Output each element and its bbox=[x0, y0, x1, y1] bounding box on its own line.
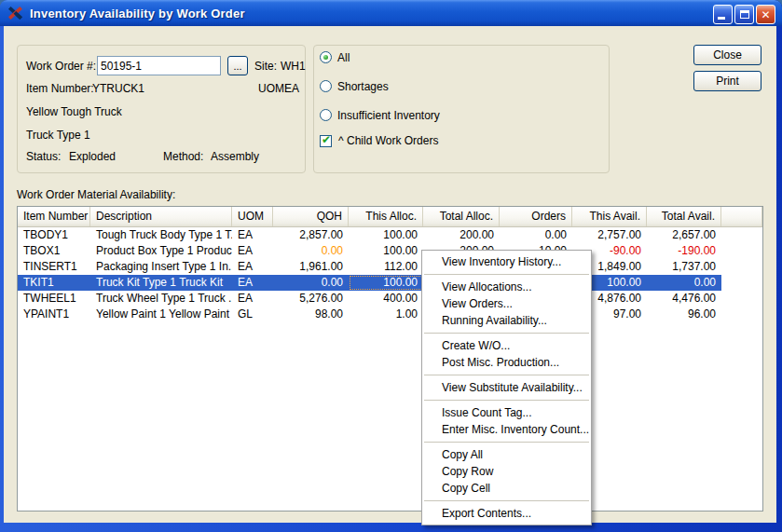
cell-qoh[interactable]: 2,857.00 bbox=[273, 227, 349, 243]
cell-uom[interactable]: EA bbox=[232, 291, 273, 307]
menu-separator bbox=[424, 333, 589, 334]
cell-qoh[interactable]: 0.00 bbox=[273, 243, 349, 259]
menu-item-view-allocations[interactable]: View Allocations... bbox=[422, 279, 591, 295]
filter-radio-shortages[interactable]: Shortages bbox=[320, 80, 440, 92]
cell-orders[interactable]: 0.00 bbox=[500, 227, 572, 243]
cell-item[interactable]: TWHEEL1 bbox=[18, 291, 90, 307]
menu-separator bbox=[424, 500, 589, 501]
cell-total_avail[interactable]: 4,476.00 bbox=[647, 291, 721, 307]
menu-item-copy-all[interactable]: Copy All bbox=[422, 446, 591, 463]
grid-row-TWHEEL1[interactable]: TWHEEL1Truck Wheel Type 1 Truck ...EA5,2… bbox=[18, 291, 762, 307]
radio-icon bbox=[320, 80, 332, 92]
column-header-description[interactable]: Description bbox=[90, 207, 232, 226]
cell-description[interactable]: Product Box Type 1 Produc... bbox=[90, 243, 232, 259]
menu-item-issue-count-tag[interactable]: Issue Count Tag... bbox=[422, 404, 591, 421]
app-logo-icon bbox=[7, 5, 24, 21]
cell-uom[interactable]: EA bbox=[232, 243, 273, 259]
menu-separator bbox=[424, 375, 589, 375]
cell-uom[interactable]: GL bbox=[232, 307, 273, 322]
cell-this_alloc[interactable]: 112.00 bbox=[349, 259, 423, 275]
menu-separator bbox=[424, 274, 589, 275]
grid-row-TBODY1[interactable]: TBODY1Tough Truck Body Type 1 T...EA2,85… bbox=[18, 227, 762, 243]
column-header-this_alloc[interactable]: This Alloc. bbox=[349, 207, 423, 226]
column-header-qoh[interactable]: QOH bbox=[273, 207, 349, 226]
grid-row-TKIT1[interactable]: TKIT1Truck Kit Type 1 Truck KitEA0.00100… bbox=[18, 275, 762, 291]
work-order-input[interactable] bbox=[97, 56, 221, 75]
menu-item-enter-misc-inventory-count[interactable]: Enter Misc. Inventory Count... bbox=[422, 421, 591, 438]
filter-radio-insufficient-inventory[interactable]: Insufficient Inventory bbox=[320, 109, 440, 121]
close-button[interactable]: Close bbox=[693, 45, 761, 65]
cell-item[interactable]: TBODY1 bbox=[18, 227, 90, 243]
cell-description[interactable]: Tough Truck Body Type 1 T... bbox=[90, 227, 232, 243]
column-header-total_avail[interactable]: Total Avail. bbox=[647, 207, 721, 226]
menu-item-view-inventory-history[interactable]: View Inventory History... bbox=[422, 253, 591, 270]
cell-qoh[interactable]: 5,276.00 bbox=[273, 291, 349, 307]
radio-label: Shortages bbox=[337, 80, 389, 93]
column-header-total_alloc[interactable]: Total Alloc. bbox=[423, 207, 500, 226]
uom-label: UOM: bbox=[258, 82, 287, 95]
browse-button[interactable]: ... bbox=[227, 56, 248, 75]
cell-filler bbox=[721, 275, 762, 291]
child-work-orders-checkbox[interactable]: ✔ ^ Child Work Orders bbox=[320, 134, 438, 147]
cell-total_avail[interactable]: 96.00 bbox=[647, 307, 721, 322]
cell-item[interactable]: TBOX1 bbox=[18, 243, 90, 259]
restore-button[interactable] bbox=[734, 5, 754, 24]
menu-separator bbox=[424, 442, 589, 443]
menu-item-view-orders[interactable]: View Orders... bbox=[422, 295, 591, 312]
menu-item-copy-row[interactable]: Copy Row bbox=[422, 463, 591, 480]
grid-body: TBODY1Tough Truck Body Type 1 T...EA2,85… bbox=[18, 227, 762, 322]
minimize-button[interactable] bbox=[713, 5, 733, 24]
checkmark-icon: ✔ bbox=[322, 133, 331, 146]
cell-total_avail[interactable]: 2,657.00 bbox=[647, 227, 721, 243]
menu-item-export-contents[interactable]: Export Contents... bbox=[422, 505, 591, 522]
grid-row-TBOX1[interactable]: TBOX1Product Box Type 1 Produc...EA0.001… bbox=[18, 243, 762, 259]
cell-this_alloc[interactable]: 100.00 bbox=[349, 227, 423, 243]
status-label: Status: bbox=[26, 150, 61, 163]
uom-value: EA bbox=[284, 82, 299, 95]
cell-total_avail[interactable]: 0.00 bbox=[647, 275, 721, 291]
cell-qoh[interactable]: 0.00 bbox=[273, 275, 349, 291]
radio-icon bbox=[320, 109, 332, 121]
cell-filler bbox=[721, 227, 762, 243]
print-button[interactable]: Print bbox=[693, 71, 761, 91]
column-header-this_avail[interactable]: This Avail. bbox=[572, 207, 647, 226]
column-header-item[interactable]: Item Number bbox=[18, 207, 90, 226]
cell-uom[interactable]: EA bbox=[232, 275, 273, 291]
cell-description[interactable]: Yellow Paint 1 Yellow Paint ... bbox=[90, 307, 232, 322]
menu-item-view-substitute-availability[interactable]: View Substitute Availability... bbox=[422, 379, 591, 396]
cell-item[interactable]: TKIT1 bbox=[18, 275, 90, 291]
close-window-button[interactable]: ✕ bbox=[756, 5, 775, 24]
item-number-value: YTRUCK1 bbox=[92, 82, 144, 95]
menu-item-post-misc-production[interactable]: Post Misc. Production... bbox=[422, 354, 591, 371]
grid-row-TINSERT1[interactable]: TINSERT1Packaging Insert Type 1 In...EA1… bbox=[18, 259, 762, 275]
cell-total_avail[interactable]: 1,737.00 bbox=[647, 259, 721, 275]
cell-description[interactable]: Packaging Insert Type 1 In... bbox=[90, 259, 232, 275]
cell-this_alloc[interactable]: 1.00 bbox=[349, 307, 423, 322]
cell-total_alloc[interactable]: 200.00 bbox=[423, 227, 500, 243]
cell-this_alloc[interactable]: 100.00 bbox=[349, 275, 423, 291]
menu-item-copy-cell[interactable]: Copy Cell bbox=[422, 480, 591, 497]
grid-row-YPAINT1[interactable]: YPAINT1Yellow Paint 1 Yellow Paint ...GL… bbox=[18, 307, 762, 322]
filter-radio-all[interactable]: All bbox=[320, 51, 440, 63]
cell-item[interactable]: YPAINT1 bbox=[18, 307, 90, 322]
menu-item-create-w-o[interactable]: Create W/O... bbox=[422, 337, 591, 354]
cell-uom[interactable]: EA bbox=[232, 227, 273, 243]
menu-item-running-availability[interactable]: Running Availability... bbox=[422, 312, 591, 329]
cell-this_alloc[interactable]: 100.00 bbox=[349, 243, 423, 259]
cell-this_alloc[interactable]: 400.00 bbox=[349, 291, 423, 307]
restore-icon bbox=[740, 10, 749, 19]
grid-caption: Work Order Material Availability: bbox=[17, 188, 175, 201]
title-bar[interactable]: Inventory Availability by Work Order ✕ bbox=[0, 0, 782, 26]
cell-description[interactable]: Truck Wheel Type 1 Truck ... bbox=[90, 291, 232, 307]
cell-total_avail[interactable]: -190.00 bbox=[647, 243, 721, 259]
cell-item[interactable]: TINSERT1 bbox=[18, 259, 90, 275]
cell-qoh[interactable]: 1,961.00 bbox=[273, 259, 349, 275]
cell-uom[interactable]: EA bbox=[232, 259, 273, 275]
cell-this_avail[interactable]: 2,757.00 bbox=[572, 227, 647, 243]
grid-header-row: Item NumberDescriptionUOMQOHThis Alloc.T… bbox=[18, 207, 762, 227]
column-header-uom[interactable]: UOM bbox=[232, 207, 273, 226]
cell-qoh[interactable]: 98.00 bbox=[273, 307, 349, 322]
column-header-orders[interactable]: Orders bbox=[500, 207, 572, 226]
cell-description[interactable]: Truck Kit Type 1 Truck Kit bbox=[90, 275, 232, 291]
radio-icon bbox=[320, 51, 332, 63]
